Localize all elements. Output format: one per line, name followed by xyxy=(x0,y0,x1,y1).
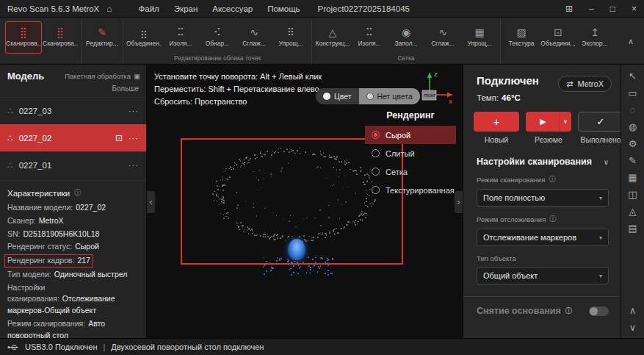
home-icon[interactable]: ⌂ xyxy=(106,4,112,14)
base-removal-toggle[interactable] xyxy=(589,306,609,316)
scroll-down-icon[interactable]: ∨ xyxy=(629,323,637,332)
tool-merge-models[interactable]: ⊡ Объедини... xyxy=(540,21,576,54)
render-option-fused[interactable]: Слитый xyxy=(365,144,456,162)
tracking-mode-value: Отслеживание маркеров xyxy=(483,233,576,242)
apps-grid-icon[interactable]: ⊞ xyxy=(565,4,573,14)
model-item-0227-01[interactable]: ∴ 0227_01 ··· xyxy=(0,151,146,179)
gear-icon[interactable]: ⚙ xyxy=(629,139,637,148)
tool-texture[interactable]: ▨ Текстура xyxy=(503,21,540,54)
menu-file[interactable]: Файл xyxy=(139,4,159,13)
tracking-mode-select[interactable]: Отслеживание маркеров ▾ xyxy=(477,229,609,246)
scroll-up-icon[interactable]: ∧ xyxy=(629,306,637,315)
usb-status-text: USB3.0 Подключен xyxy=(25,343,97,351)
minimize-button[interactable]: – xyxy=(589,4,594,14)
object-type-field: Тип объекта Общий объект ▾ xyxy=(463,246,621,284)
tool-mesh-isolate[interactable]: ⠭ Изоля... xyxy=(351,21,388,54)
tool-detect[interactable]: ⠪ Обнар... xyxy=(199,21,236,54)
tool-label: Сглаж... xyxy=(431,40,455,47)
tool-construct[interactable]: △ Конструкц... xyxy=(314,21,351,54)
render-option-label: Текстурированная xyxy=(386,186,455,195)
cube-view-icon[interactable]: ◫ xyxy=(628,190,637,199)
collapse-right-panel-button[interactable]: › xyxy=(455,191,463,213)
object-type-value: Общий объект xyxy=(483,271,538,280)
tool-label: Упрощ... xyxy=(467,40,491,47)
tool-edit[interactable]: ✎ Редактир... xyxy=(84,21,120,54)
toolbar-group-scan: ⣿ Сканирова... ⣿ Сканирова... xyxy=(3,19,82,64)
lasso-selection-icon[interactable]: ◌ xyxy=(630,105,636,115)
tool-isolate[interactable]: ⠭ Изоля... xyxy=(162,21,199,54)
measure-icon[interactable]: ◬ xyxy=(629,207,637,216)
viewport-3d[interactable]: Установите точку поворота: Alt + Левый к… xyxy=(147,65,463,338)
complete-scan-button[interactable]: ✓ xyxy=(578,112,623,132)
menu-bar: Файл Экран Аксессуар Помощь Project02272… xyxy=(139,4,410,13)
model-item-0227-02[interactable]: ∴ 0227_02 ⊡ ··· xyxy=(0,124,146,151)
color-option-label: Цвет xyxy=(334,92,352,101)
color-dot-icon xyxy=(323,93,330,100)
info-icon[interactable]: ⓘ xyxy=(549,175,556,184)
maximize-button[interactable]: □ xyxy=(610,4,615,14)
select-cursor-icon[interactable]: ↖ xyxy=(629,71,637,81)
render-option-mesh[interactable]: Сетка xyxy=(365,162,456,181)
annotate-icon[interactable]: ✎ xyxy=(629,156,637,165)
no-color-dot-icon xyxy=(366,93,374,100)
app-title: Revo Scan 5.6.3 MetroX xyxy=(7,4,99,13)
dropdown-caret-icon: ▾ xyxy=(599,234,602,241)
menu-accessory[interactable]: Аксессуар xyxy=(212,4,253,13)
axis-z-label: Z xyxy=(434,71,438,78)
no-color-option[interactable]: Нет цвета xyxy=(359,88,420,104)
model-menu-button[interactable]: ··· xyxy=(129,161,139,170)
info-icon[interactable]: ⓘ xyxy=(565,306,573,316)
model-menu-button[interactable]: ··· xyxy=(129,134,139,143)
new-scan-button[interactable]: + xyxy=(474,112,519,132)
resume-scan-button[interactable]: ▶ ∨ xyxy=(526,112,571,132)
color-option[interactable]: Цвет xyxy=(316,88,359,104)
tool-scan-2[interactable]: ⣿ Сканирова... xyxy=(42,21,79,54)
tool-mesh-smooth[interactable]: ∿ Сглаж... xyxy=(424,21,461,54)
collapse-left-panel-button[interactable]: ‹ xyxy=(147,191,155,213)
prop-render-frames-highlighted: Рендеринг кадров:217 xyxy=(4,254,93,268)
tool-export[interactable]: ↥ Экспор... xyxy=(576,21,613,54)
layers-icon[interactable]: ▤ xyxy=(628,223,637,233)
model-item-0227-03[interactable]: ∴ 0227_03 ··· xyxy=(0,97,146,124)
comment-icon[interactable]: ◍ xyxy=(629,122,637,132)
pointcloud-icon: ∴ xyxy=(7,160,13,171)
batch-processing-link[interactable]: Пакетная обработка ▣ xyxy=(65,72,140,80)
tracking-mode-label: Режим отслеживания xyxy=(477,215,546,223)
prop-scan-settings: Настройки сканирования:Отслеживание марк… xyxy=(7,282,139,317)
resume-dropdown-icon[interactable]: ∨ xyxy=(560,112,571,131)
more-link[interactable]: Больше xyxy=(0,83,146,97)
tool-mesh-simplify[interactable]: ▦ Упрощ... xyxy=(461,21,498,54)
device-button[interactable]: ⇄ MetroX xyxy=(558,76,612,92)
viewport-hints: Установите точку поворота: Alt + Левый к… xyxy=(154,71,322,108)
characteristics-header: Характеристики ⓘ xyxy=(0,180,146,201)
scan-mode-select[interactable]: Поле полностью ▾ xyxy=(477,189,609,207)
rect-selection-icon[interactable]: ▭ xyxy=(628,88,637,98)
grid-view-icon[interactable]: ▦ xyxy=(628,173,637,182)
info-icon[interactable]: ⓘ xyxy=(549,215,557,224)
dropdown-caret-icon: ▾ xyxy=(599,273,602,279)
render-option-raw[interactable]: Сырой xyxy=(365,126,456,144)
object-type-select[interactable]: Общий объект ▾ xyxy=(477,267,609,284)
tool-merge[interactable]: ⣶ Объединен... xyxy=(126,21,162,54)
render-frames-icon[interactable]: ⊡ xyxy=(115,133,123,143)
model-menu-button[interactable]: ··· xyxy=(129,107,139,115)
tool-fill[interactable]: ◉ Запол... xyxy=(388,21,424,54)
collapse-toolbar-button[interactable]: ∧ xyxy=(621,37,641,46)
tool-smooth[interactable]: ∿ Сглаж... xyxy=(236,21,272,54)
info-icon[interactable]: ⓘ xyxy=(74,188,82,198)
close-button[interactable]: × xyxy=(632,4,637,14)
menu-help[interactable]: Помощь xyxy=(267,4,300,13)
tool-simplify[interactable]: ⠿ Упрощ... xyxy=(272,21,309,54)
render-option-label: Сетка xyxy=(386,168,408,176)
titlebar: Revo Scan 5.6.3 MetroX ⌂ Файл Экран Аксе… xyxy=(0,0,644,18)
tool-label: Изоля... xyxy=(169,40,192,47)
axis-gizmo[interactable]: Z X FRONT xyxy=(419,68,455,107)
dropdown-caret-icon: ▾ xyxy=(599,195,602,201)
tool-scan[interactable]: ⣿ Сканирова... xyxy=(5,21,42,54)
scan-settings-header[interactable]: Настройки сканирования ∨ xyxy=(463,144,621,167)
scan-mode-label: Режим сканирования xyxy=(477,176,545,184)
menu-screen[interactable]: Экран xyxy=(174,4,198,13)
batch-icon: ▣ xyxy=(134,72,140,80)
render-option-textured[interactable]: Текстурированная xyxy=(365,181,456,199)
toolbar-group-label xyxy=(84,54,120,64)
